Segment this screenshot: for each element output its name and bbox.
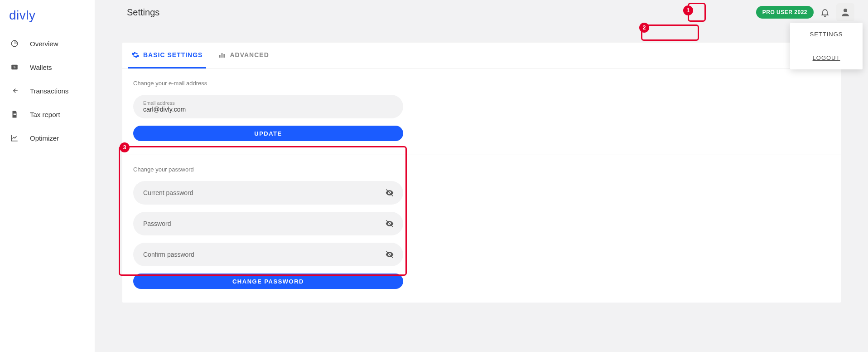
tab-advanced[interactable]: ADVANCED	[214, 43, 272, 68]
current-password-field[interactable]	[133, 181, 403, 205]
eye-off-icon	[385, 219, 394, 228]
user-dropdown: SETTINGS LOGOUT	[790, 23, 863, 69]
svg-rect-3	[14, 113, 16, 113]
confirm-password-field[interactable]	[133, 243, 403, 266]
user-icon	[840, 7, 851, 18]
svg-rect-6	[219, 55, 221, 58]
svg-rect-7	[222, 53, 223, 58]
tab-label: ADVANCED	[230, 51, 269, 59]
settings-card: BASIC SETTINGS ADVANCED Change your e-ma…	[122, 43, 841, 303]
sidebar-item-overview[interactable]: Overview	[0, 32, 95, 55]
dropdown-logout[interactable]: LOGOUT	[790, 46, 863, 69]
sidebar-item-optimizer[interactable]: Optimizer	[0, 126, 95, 150]
toggle-visibility-current[interactable]	[384, 187, 395, 198]
bars-icon	[218, 51, 226, 59]
eye-off-icon	[385, 250, 394, 259]
content: BASIC SETTINGS ADVANCED Change your e-ma…	[95, 24, 868, 321]
email-section: Change your e-mail address Email address…	[122, 69, 521, 155]
chart-icon	[10, 133, 19, 142]
sidebar-item-transactions[interactable]: Transactions	[0, 79, 95, 103]
sidebar-item-label: Overview	[30, 40, 58, 48]
email-section-heading: Change your e-mail address	[133, 80, 510, 87]
pro-badge: PRO USER 2022	[756, 6, 814, 19]
topbar: Settings PRO USER 2022	[95, 0, 868, 24]
user-menu-button[interactable]	[836, 3, 854, 21]
sidebar-item-label: Wallets	[30, 64, 52, 71]
sidebar-item-label: Optimizer	[30, 134, 59, 142]
overview-icon	[10, 39, 19, 48]
sidebar-item-tax-report[interactable]: Tax report	[0, 103, 95, 126]
bell-icon	[820, 8, 829, 17]
current-password-input[interactable]	[143, 189, 393, 196]
tab-basic-settings[interactable]: BASIC SETTINGS	[128, 43, 206, 68]
email-field-wrapper[interactable]: Email address	[133, 95, 403, 118]
password-section: Change your password	[122, 155, 521, 303]
document-icon	[10, 110, 19, 119]
page-title: Settings	[109, 7, 159, 18]
main: Settings PRO USER 2022 SETTINGS LOGOUT B…	[95, 0, 868, 352]
toggle-visibility-confirm[interactable]	[384, 249, 395, 260]
password-section-heading: Change your password	[133, 166, 510, 173]
dropdown-settings[interactable]: SETTINGS	[790, 23, 863, 46]
topbar-right: PRO USER 2022	[756, 3, 854, 21]
change-password-button[interactable]: CHANGE PASSWORD	[133, 274, 403, 289]
gear-icon	[131, 51, 140, 59]
back-arrow-icon	[10, 86, 19, 95]
email-input[interactable]	[143, 106, 393, 113]
brand-logo: divly	[0, 8, 95, 32]
svg-rect-8	[224, 54, 225, 58]
update-email-button[interactable]: UPDATE	[133, 126, 403, 141]
notifications-button[interactable]	[818, 5, 832, 19]
new-password-field[interactable]	[133, 212, 403, 235]
svg-point-5	[844, 9, 847, 12]
wallet-icon: $	[10, 63, 19, 72]
tab-label: BASIC SETTINGS	[143, 51, 203, 59]
email-field-label: Email address	[143, 100, 175, 106]
sidebar-item-wallets[interactable]: $ Wallets	[0, 55, 95, 79]
confirm-password-input[interactable]	[143, 251, 393, 258]
tabs: BASIC SETTINGS ADVANCED	[122, 43, 841, 69]
sidebar-item-label: Transactions	[30, 87, 68, 95]
toggle-visibility-new[interactable]	[384, 218, 395, 229]
svg-rect-4	[14, 114, 16, 115]
eye-off-icon	[385, 188, 394, 197]
new-password-input[interactable]	[143, 220, 393, 227]
sidebar-item-label: Tax report	[30, 111, 60, 118]
sidebar: divly Overview $ Wallets Transactions Ta…	[0, 0, 95, 352]
